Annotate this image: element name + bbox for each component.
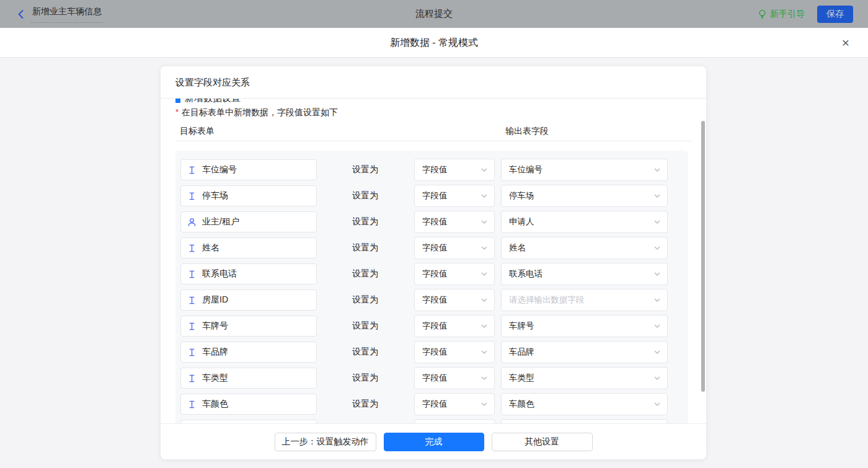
chevron-down-icon (653, 244, 661, 252)
set-as-label: 设置为 (352, 320, 379, 332)
field-mapping-row: 姓名 设置为 字段值 姓名 (180, 235, 688, 261)
chevron-down-icon (653, 270, 661, 278)
modal-body: 设置字段对应关系 新增数据设置 *在目标表单中新增数据，字段值设置如下 目标表单… (0, 58, 868, 468)
value-mode-select[interactable] (414, 419, 495, 423)
output-field-selected: 车牌号 (509, 320, 534, 332)
value-mode-select[interactable]: 字段值 (414, 263, 495, 285)
text-cursor-icon (187, 192, 197, 201)
output-field-select[interactable] (501, 419, 668, 423)
newbie-guide-link[interactable]: 新手引导 (758, 9, 805, 20)
target-field-box[interactable]: 车品牌 (180, 342, 317, 363)
value-mode-selected: 字段值 (422, 268, 448, 280)
target-field-label: 姓名 (202, 242, 219, 254)
close-icon[interactable]: × (839, 36, 852, 50)
output-field-select[interactable]: 姓名 (501, 237, 668, 259)
set-as-label: 设置为 (352, 399, 379, 410)
value-mode-selected: 字段值 (422, 347, 448, 358)
field-mapping-row: 车位编号 设置为 字段值 车位编号 (180, 157, 688, 183)
target-field-box[interactable]: 车位编号 (180, 159, 317, 180)
set-as-label: 设置为 (352, 190, 379, 201)
field-mapping-row: 业主/租户 设置为 字段值 申请人 (180, 209, 688, 235)
chevron-down-icon (653, 374, 661, 382)
user-icon (187, 218, 197, 227)
target-field-box[interactable]: 联系电话 (180, 263, 317, 285)
save-button[interactable]: 保存 (817, 6, 853, 23)
chevron-down-icon (480, 374, 488, 382)
value-mode-select[interactable]: 字段值 (414, 185, 495, 207)
card-title: 设置字段对应关系 (161, 66, 706, 99)
prev-step-button[interactable]: 上一步：设置触发动作 (275, 433, 376, 451)
chevron-down-icon (653, 166, 661, 174)
target-field-box[interactable]: 姓名 (180, 237, 317, 258)
output-field-select[interactable]: 车牌号 (501, 315, 668, 337)
field-mapping-row: 车颜色 设置为 字段值 车颜色 (180, 391, 688, 417)
field-mapping-row: 车品牌 设置为 字段值 车品牌 (180, 339, 688, 365)
target-field-label: 车牌号 (202, 320, 228, 332)
other-settings-button[interactable]: 其他设置 (492, 433, 593, 451)
done-button[interactable]: 完成 (384, 433, 484, 451)
chevron-down-icon (480, 348, 488, 356)
modal-title: 新增数据 - 常规模式 (0, 28, 868, 58)
value-mode-selected: 字段值 (422, 294, 448, 306)
chevron-down-icon (480, 166, 488, 174)
chevron-down-icon (480, 270, 488, 278)
value-mode-select[interactable]: 字段值 (414, 211, 495, 233)
chevron-down-icon (480, 400, 488, 408)
target-field-label: 联系电话 (202, 268, 237, 280)
target-field-box[interactable]: 车牌号 (180, 316, 317, 337)
chevron-down-icon (480, 192, 488, 200)
output-field-select[interactable]: 车类型 (501, 367, 668, 389)
value-mode-select[interactable]: 字段值 (414, 393, 495, 415)
target-field-box[interactable]: 房屋ID (180, 289, 317, 311)
chevron-down-icon (480, 322, 488, 330)
clipped-section-heading: 新增数据设置 (175, 99, 241, 104)
value-mode-select[interactable]: 字段值 (414, 289, 495, 311)
output-field-select[interactable]: 请选择输出数据字段 (501, 289, 668, 311)
value-mode-select[interactable]: 字段值 (414, 341, 495, 363)
top-bar: 新增业主车辆信息 流程提交 新手引导 保存 (0, 0, 868, 28)
output-field-selected: 联系电话 (509, 268, 542, 280)
value-mode-selected: 字段值 (422, 242, 448, 254)
field-mapping-row: 联系电话 设置为 字段值 联系电话 (180, 261, 688, 287)
value-mode-select[interactable]: 字段值 (414, 237, 495, 259)
column-header-output-fields: 输出表字段 (505, 126, 549, 137)
text-cursor-icon (187, 374, 197, 383)
target-field-box[interactable]: 业主/租户 (180, 211, 317, 232)
output-field-select[interactable]: 停车场 (501, 185, 668, 207)
scrollbar-thumb[interactable] (701, 121, 705, 392)
chevron-down-icon (653, 218, 661, 226)
field-mapping-row (180, 417, 688, 423)
column-header-target-form: 目标表单 (180, 126, 215, 137)
target-field-label: 停车场 (202, 190, 228, 201)
field-mapping-row: 房屋ID 设置为 字段值 请选择输出数据字段 (180, 287, 688, 313)
output-field-select[interactable]: 车位编号 (501, 159, 668, 181)
target-field-box[interactable]: 车颜色 (180, 394, 317, 415)
value-mode-selected: 字段值 (422, 190, 448, 201)
value-mode-select[interactable]: 字段值 (414, 367, 495, 389)
value-mode-select[interactable]: 字段值 (414, 315, 495, 337)
text-cursor-icon (187, 270, 197, 279)
output-field-selected: 车品牌 (509, 347, 534, 358)
target-field-label: 业主/租户 (202, 216, 239, 227)
target-field-box[interactable]: 停车场 (180, 185, 317, 206)
chevron-down-icon (653, 348, 661, 356)
chevron-down-icon (653, 296, 661, 304)
text-cursor-icon (187, 166, 197, 175)
field-mapping-card: 设置字段对应关系 新增数据设置 *在目标表单中新增数据，字段值设置如下 目标表单… (161, 66, 706, 459)
output-field-select[interactable]: 车颜色 (501, 393, 668, 415)
output-field-selected: 车类型 (509, 373, 534, 384)
output-field-selected: 停车场 (509, 190, 534, 201)
target-field-box[interactable]: 车类型 (180, 368, 317, 389)
set-as-label: 设置为 (352, 216, 379, 227)
text-cursor-icon (187, 348, 197, 357)
lightbulb-icon (758, 9, 767, 19)
output-field-select[interactable]: 车品牌 (501, 341, 668, 363)
output-field-select[interactable]: 联系电话 (501, 263, 668, 285)
target-field-label: 车品牌 (202, 347, 228, 358)
value-mode-select[interactable]: 字段值 (414, 159, 495, 181)
newbie-guide-label: 新手引导 (770, 9, 805, 20)
chevron-down-icon (653, 400, 661, 408)
value-mode-selected: 字段值 (422, 373, 448, 384)
output-field-select[interactable]: 申请人 (501, 211, 668, 233)
field-mapping-row: 停车场 设置为 字段值 停车场 (180, 183, 688, 209)
